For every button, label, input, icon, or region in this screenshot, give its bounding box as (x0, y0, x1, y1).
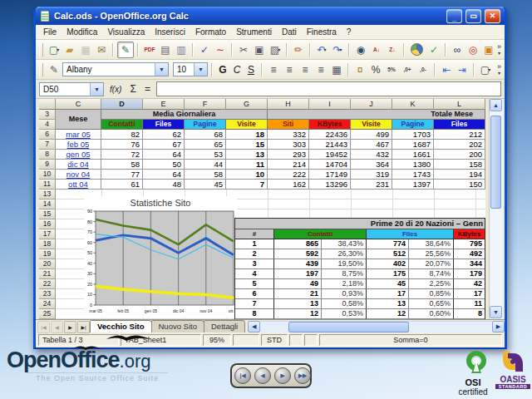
autospellcheck-icon[interactable]: ∼ (213, 42, 228, 57)
sheet-cell[interactable]: 67 (143, 140, 185, 150)
nations-cell[interactable]: 8 (235, 309, 274, 319)
sheet-cell[interactable]: 44 (185, 160, 226, 170)
email-icon[interactable]: ✉ (94, 42, 109, 57)
menu-file[interactable]: File (38, 27, 62, 37)
delete-decimal-icon[interactable]: ,0- (416, 62, 431, 77)
scroll-up-icon[interactable]: ▲ (490, 99, 502, 111)
formula-input[interactable] (156, 81, 501, 96)
first-sheet-icon[interactable]: |◀ (37, 321, 50, 333)
print-icon[interactable]: ▤ (158, 42, 173, 57)
row-header[interactable]: 18 (39, 239, 56, 249)
paintbrush-icon[interactable]: ✏ (291, 42, 306, 57)
sheet-cell[interactable]: 1661 (392, 150, 434, 160)
sheet-cell[interactable]: 1380 (392, 160, 434, 170)
nations-cell[interactable]: 13 (274, 299, 322, 309)
gallery-icon[interactable]: ▣ (481, 42, 496, 57)
menu-finestra[interactable]: Finestra (302, 27, 342, 37)
column-header-k[interactable]: K (392, 99, 434, 110)
sheet-cell[interactable]: 432 (351, 150, 392, 160)
files-header[interactable]: Files (367, 229, 454, 239)
sheet-cell[interactable]: 158 (434, 160, 485, 170)
row-header[interactable]: 7 (39, 140, 56, 150)
toolbar-grip[interactable] (39, 63, 43, 76)
chevron-down-icon[interactable]: ▼ (155, 63, 168, 76)
tab-nuovo-sito[interactable]: Nuovo Sito (151, 320, 204, 332)
add-decimal-icon[interactable]: ,0+ (400, 62, 415, 77)
nations-cell[interactable]: 0,85% (409, 289, 454, 299)
export-pdf-icon[interactable]: PDF (142, 42, 157, 57)
header-visite[interactable]: Visite (226, 120, 268, 130)
open-icon[interactable]: ▰ (62, 42, 77, 57)
sheet-cell[interactable]: 14704 (309, 160, 351, 170)
header-files[interactable]: Files (143, 120, 185, 130)
menu-dati[interactable]: Dati (277, 27, 302, 37)
kbytes-header[interactable]: KBytes (454, 229, 485, 239)
column-header-g[interactable]: G (226, 99, 268, 110)
sheet-cell[interactable]: 202 (434, 140, 485, 150)
sheet-cell[interactable]: 64 (143, 170, 185, 180)
nations-cell[interactable]: 5 (235, 279, 274, 289)
justify-icon[interactable]: ≡ (313, 62, 328, 77)
sheet-cell[interactable]: 17149 (309, 170, 351, 180)
sheet-cell[interactable]: 364 (351, 160, 392, 170)
menu-help[interactable]: ? (342, 27, 357, 37)
sheet-cell[interactable]: 200 (434, 150, 485, 160)
sheet-cell[interactable]: 214 (268, 160, 309, 170)
row-header[interactable]: 17 (39, 229, 56, 239)
bold-button[interactable]: G (216, 64, 229, 76)
nations-cell[interactable]: 17 (454, 289, 485, 299)
nations-cell[interactable]: 179 (454, 269, 485, 279)
header-siti[interactable]: Siti (268, 120, 309, 130)
nations-cell[interactable]: 0,60% (409, 309, 454, 319)
header-mese[interactable]: Mese (56, 110, 101, 130)
sheet-cell[interactable]: 62 (143, 130, 185, 140)
nations-cell[interactable]: 0,65% (409, 299, 454, 309)
row-header[interactable]: 22 (39, 279, 56, 289)
sheet-cell[interactable]: 332 (268, 130, 309, 140)
nations-cell[interactable]: 2,18% (322, 279, 367, 289)
nations-cell[interactable]: 49 (274, 279, 322, 289)
menu-modifica[interactable]: Modifica (62, 27, 102, 37)
select-all-corner[interactable] (39, 99, 56, 110)
horizontal-scroll-thumb[interactable] (288, 322, 409, 332)
next-sheet-icon[interactable]: ▶ (64, 321, 76, 333)
equals-icon[interactable]: = (142, 83, 153, 95)
row-header[interactable]: 8 (39, 150, 56, 160)
sheet-cell[interactable]: 65 (185, 140, 226, 150)
row-header[interactable]: 6 (39, 130, 56, 140)
sheet-cell[interactable]: 150 (434, 180, 485, 190)
row-header[interactable]: 25 (39, 309, 56, 319)
navigator-icon[interactable]: ◎ (466, 42, 480, 57)
nations-cell[interactable]: 7 (235, 299, 274, 309)
row-header[interactable]: 9 (39, 160, 56, 170)
sheet-cell[interactable]: 72 (101, 150, 143, 160)
row-header[interactable]: 13 (39, 190, 56, 200)
row-header[interactable]: 3 (39, 110, 56, 120)
site-statistics-chart[interactable]: Statistiche Sito mar 05feb 05gen 05dic 0… (84, 196, 237, 318)
sum-icon[interactable]: Σ (127, 83, 138, 95)
nations-cell[interactable]: 795 (454, 239, 485, 249)
sheet-cell[interactable]: 21443 (309, 140, 351, 150)
column-header-c[interactable]: C (56, 99, 101, 110)
nations-cell[interactable]: 26,30% (322, 249, 367, 259)
percent-icon[interactable]: % (368, 62, 383, 77)
month-link[interactable]: gen 05 (56, 150, 101, 160)
sheet-cell[interactable]: 15 (226, 140, 268, 150)
sheet-cell[interactable]: 61 (101, 180, 143, 190)
sheet-cell[interactable]: 11 (226, 160, 268, 170)
sheet-cell[interactable]: 18 (226, 130, 268, 140)
scroll-right-icon[interactable]: ▶ (492, 321, 505, 332)
contatti-header[interactable]: Contatti (274, 229, 367, 239)
header-totale-mese[interactable]: Totale Mese (268, 110, 485, 120)
nations-cell[interactable]: 197 (274, 269, 322, 279)
sheet-cell[interactable]: 10 (226, 170, 268, 180)
vertical-scrollbar[interactable]: ▲ ▼ (489, 99, 503, 319)
month-link[interactable]: dic 04 (56, 160, 101, 170)
back-button[interactable]: ◀ (254, 367, 271, 384)
nations-cell[interactable]: 42 (454, 279, 485, 289)
page-preview-icon[interactable]: ▥ (174, 42, 189, 57)
menu-formato[interactable]: Formato (190, 27, 231, 37)
sheet-cell[interactable]: 7 (226, 180, 268, 190)
month-link[interactable]: feb 05 (56, 140, 101, 150)
align-center-icon[interactable]: ≡ (282, 62, 297, 77)
